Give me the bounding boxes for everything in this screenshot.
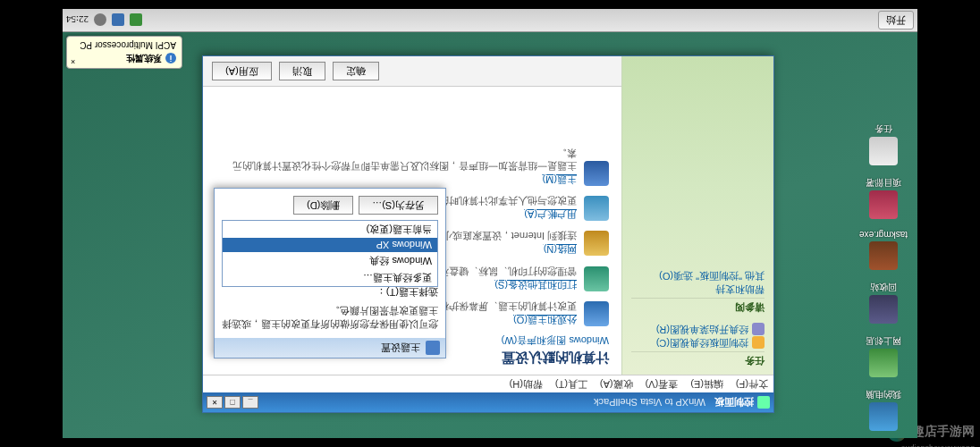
desktop-icon-task[interactable]: 任务 — [855, 122, 912, 165]
sidebar-link-label: 其他 "控制面板" 选项(O) — [659, 269, 765, 283]
popup-label: 选择主题(T)： — [222, 285, 438, 299]
desktop-icon-label: 回收站 — [870, 281, 897, 293]
network-icon — [869, 349, 898, 377]
desktop-icon-label: 任务 — [874, 122, 892, 135]
network-tray-icon[interactable] — [112, 14, 124, 27]
taskbar: 开始 22:54 — [63, 9, 917, 32]
desktop-icon-network[interactable]: 网上邻居 — [855, 334, 912, 377]
start-button[interactable]: 开始 — [878, 11, 914, 30]
dropdown-option[interactable]: Windows 经典 — [223, 252, 437, 269]
info-icon: i — [165, 53, 176, 63]
network-icon — [584, 231, 609, 256]
category-themes[interactable]: 主题(M)主题是一组背景加一组声音，图标以及只需单击即可帮您个性化设置计算机的元… — [215, 147, 609, 186]
balloon-message: ACPI Multiprocessor PC — [72, 40, 176, 50]
menu-edit[interactable]: 编辑(E) — [690, 377, 723, 391]
sidebar-link-help[interactable]: 帮助和支持 — [631, 283, 765, 296]
menu-view[interactable]: 查看(V) — [646, 377, 679, 391]
minimize-button[interactable]: _ — [242, 396, 258, 409]
printer-icon — [584, 266, 609, 291]
desktop-icon-computer[interactable]: 我的电脑 — [855, 388, 912, 431]
save-as-button[interactable]: 另存为(S)… — [359, 196, 438, 215]
menu-file[interactable]: 文件(F) — [736, 377, 768, 391]
task-icon — [869, 137, 898, 165]
dialog-buttons: 确定 取消 应用(A) — [203, 56, 621, 87]
dropdown-option[interactable]: 更多经典主题… — [223, 269, 437, 286]
volume-icon[interactable] — [94, 14, 106, 27]
sidebar-link-label: 帮助和支持 — [715, 283, 765, 296]
desktop-icon-label: 网上邻居 — [866, 334, 901, 347]
apply-button[interactable]: 应用(A) — [212, 62, 272, 80]
system-tray: 22:54 — [66, 14, 142, 27]
start-icon — [752, 324, 765, 336]
popup-header[interactable]: 主题设置 — [215, 338, 445, 358]
sidebar-heading-2: 请参阅 — [631, 298, 765, 314]
desktop-icon-recycle[interactable]: 回收站 — [855, 281, 912, 324]
desktop: 我的电脑 网上邻居 回收站 taskmgr.exe 项目部署 任务 控制面板 W… — [63, 9, 917, 438]
computer-icon — [869, 402, 898, 431]
desktop-icon-taskmgr[interactable]: taskmgr.exe — [855, 230, 912, 270]
sidebar: 任务 控制面板经典视图(C) 经典开始菜单视图(R) 请参阅 帮助和支持 其他 … — [621, 56, 773, 375]
theme-icon — [426, 341, 440, 355]
theme-dropdown[interactable]: 更多经典主题… Windows 经典 Windows XP 当前主题(更改) — [222, 220, 438, 287]
sidebar-link-classic-start[interactable]: 经典开始菜单视图(R) — [631, 323, 765, 336]
maximize-button[interactable]: □ — [224, 396, 241, 409]
desktop-icon-label: taskmgr.exe — [859, 230, 908, 240]
appearance-icon — [584, 301, 609, 326]
sidebar-link-classic-view[interactable]: 控制面板经典视图(C) — [631, 336, 765, 350]
window-titlebar[interactable]: 控制面板 WinXP to Vista ShellPack _ □ × — [203, 392, 773, 412]
close-button[interactable]: × — [207, 396, 223, 409]
category-desc: 主题是一组背景加一组声音，图标以及只需单击即可帮您个性化设置计算机的元素。 — [215, 147, 577, 173]
shield-icon[interactable] — [130, 14, 142, 27]
dropdown-option[interactable]: 当前主题(更改) — [223, 221, 437, 238]
popup-title: 主题设置 — [381, 342, 420, 355]
popup-text: 您可以使用保存您所做的所有更改的主题，或选择主题更改背景图片颜色。 — [222, 304, 438, 331]
recycle-icon — [869, 295, 898, 324]
menu-fav[interactable]: 收藏(A) — [600, 377, 633, 391]
window-title-suffix: WinXP to Vista ShellPack — [594, 397, 705, 408]
sidebar-link-label: 经典开始菜单视图(R) — [656, 323, 748, 336]
desktop-icon-label: 项目部署 — [866, 176, 901, 189]
delete-button[interactable]: 删除(D) — [293, 196, 353, 215]
gear-icon — [752, 337, 765, 350]
sidebar-link-other[interactable]: 其他 "控制面板" 选项(O) — [631, 269, 765, 283]
desktop-icons: 我的电脑 网上邻居 回收站 taskmgr.exe 项目部署 任务 — [855, 122, 912, 431]
menu-tools[interactable]: 工具(T) — [555, 377, 587, 391]
theme-popup: 主题设置 您可以使用保存您所做的所有更改的主题，或选择主题更改背景图片颜色。 选… — [214, 188, 446, 358]
desktop-icon-label: 我的电脑 — [866, 388, 901, 401]
ok-button[interactable]: 确定 — [333, 62, 379, 80]
sidebar-link-label: 控制面板经典视图(C) — [656, 336, 748, 350]
category-title: 主题(M) — [215, 173, 577, 186]
tray-balloon: × i系统属性 ACPI Multiprocessor PC — [66, 36, 182, 69]
exe-icon — [869, 241, 898, 270]
window-icon — [757, 396, 770, 409]
menu-help[interactable]: 帮助(H) — [510, 377, 543, 391]
desktop-icon-folder[interactable]: 项目部署 — [855, 176, 912, 219]
rotated-desktop: 我的电脑 网上邻居 回收站 taskmgr.exe 项目部署 任务 控制面板 W… — [63, 9, 917, 438]
cancel-button[interactable]: 取消 — [279, 62, 325, 80]
balloon-close[interactable]: × — [71, 57, 75, 66]
window-title: 控制面板 — [714, 396, 754, 409]
menu-bar: 文件(F) 编辑(E) 查看(V) 收藏(A) 工具(T) 帮助(H) — [203, 375, 773, 392]
clock[interactable]: 22:54 — [66, 15, 89, 26]
site-url: oudianshouyouwang — [900, 443, 975, 447]
balloon-title: 系统属性 — [126, 52, 162, 64]
dropdown-option-selected[interactable]: Windows XP — [223, 238, 437, 252]
site-name: 趣店手游网 — [912, 424, 975, 440]
sidebar-heading-1: 任务 — [631, 351, 765, 367]
control-panel-window: 控制面板 WinXP to Vista ShellPack _ □ × 文件(F… — [202, 55, 774, 413]
theme-icon — [584, 161, 609, 186]
user-icon — [584, 196, 609, 221]
folder-icon — [869, 190, 898, 219]
